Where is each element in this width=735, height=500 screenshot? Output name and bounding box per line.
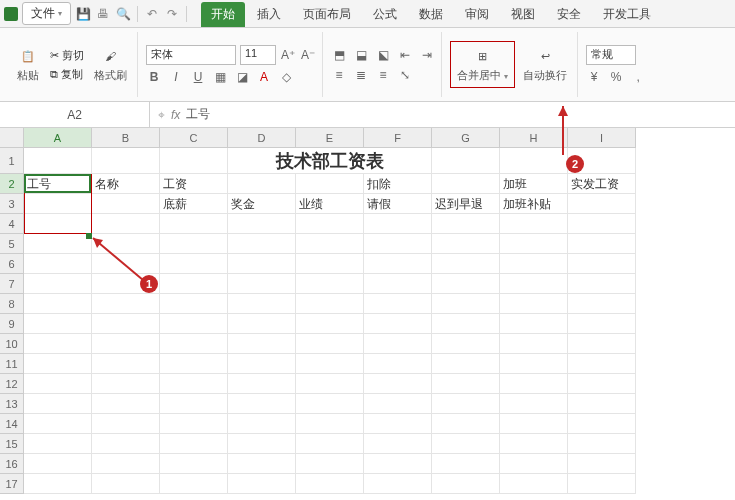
cell[interactable] bbox=[296, 474, 364, 494]
cell[interactable] bbox=[160, 148, 228, 174]
paste-button[interactable]: 📋 粘贴 bbox=[12, 44, 44, 85]
cell[interactable] bbox=[92, 194, 160, 214]
cell[interactable] bbox=[568, 334, 636, 354]
cell[interactable] bbox=[24, 414, 92, 434]
cell[interactable] bbox=[364, 414, 432, 434]
cell[interactable] bbox=[500, 374, 568, 394]
cell[interactable] bbox=[228, 274, 296, 294]
cell[interactable] bbox=[432, 148, 500, 174]
cell[interactable]: 加班补贴 bbox=[500, 194, 568, 214]
align-right-icon[interactable]: ≡ bbox=[375, 67, 391, 83]
cell[interactable] bbox=[24, 254, 92, 274]
cell[interactable] bbox=[296, 234, 364, 254]
cell[interactable] bbox=[228, 394, 296, 414]
align-top-icon[interactable]: ⬒ bbox=[331, 47, 347, 63]
cell[interactable] bbox=[432, 214, 500, 234]
cell[interactable] bbox=[160, 414, 228, 434]
cell[interactable] bbox=[568, 394, 636, 414]
cell[interactable]: 奖金 bbox=[228, 194, 296, 214]
cell[interactable] bbox=[296, 294, 364, 314]
cell[interactable] bbox=[432, 254, 500, 274]
cell[interactable] bbox=[24, 274, 92, 294]
merge-center-button[interactable]: ⊞ 合并居中 ▾ bbox=[453, 44, 512, 85]
cell[interactable] bbox=[160, 374, 228, 394]
cell[interactable] bbox=[296, 334, 364, 354]
cell[interactable] bbox=[296, 414, 364, 434]
formula-input[interactable]: 工号 bbox=[186, 106, 210, 123]
cell[interactable] bbox=[228, 374, 296, 394]
cell[interactable] bbox=[364, 334, 432, 354]
cell[interactable] bbox=[160, 294, 228, 314]
cell[interactable] bbox=[24, 474, 92, 494]
cell[interactable] bbox=[24, 434, 92, 454]
row-header[interactable]: 12 bbox=[0, 374, 24, 394]
cell[interactable] bbox=[92, 294, 160, 314]
cell[interactable]: 底薪 bbox=[160, 194, 228, 214]
cell[interactable] bbox=[364, 454, 432, 474]
cell[interactable] bbox=[364, 394, 432, 414]
lookup-icon[interactable]: ⌖ bbox=[158, 108, 165, 122]
name-box[interactable]: A2 bbox=[0, 102, 150, 127]
cell[interactable] bbox=[432, 414, 500, 434]
col-header[interactable]: B bbox=[92, 128, 160, 148]
preview-icon[interactable]: 🔍 bbox=[115, 6, 131, 22]
cell[interactable] bbox=[432, 274, 500, 294]
cell[interactable] bbox=[568, 234, 636, 254]
cell[interactable] bbox=[568, 214, 636, 234]
cell[interactable] bbox=[568, 474, 636, 494]
col-header[interactable]: F bbox=[364, 128, 432, 148]
cell[interactable] bbox=[160, 334, 228, 354]
cell[interactable] bbox=[160, 434, 228, 454]
cell[interactable] bbox=[228, 454, 296, 474]
col-header[interactable]: E bbox=[296, 128, 364, 148]
cell[interactable] bbox=[92, 314, 160, 334]
number-format-select[interactable]: 常规 bbox=[586, 45, 636, 65]
cell[interactable] bbox=[24, 314, 92, 334]
cell[interactable] bbox=[364, 234, 432, 254]
row-header[interactable]: 9 bbox=[0, 314, 24, 334]
cell[interactable] bbox=[228, 334, 296, 354]
cell[interactable] bbox=[500, 274, 568, 294]
cell[interactable] bbox=[432, 294, 500, 314]
cell[interactable] bbox=[92, 214, 160, 234]
cell[interactable] bbox=[364, 374, 432, 394]
cell[interactable] bbox=[568, 194, 636, 214]
cell[interactable] bbox=[500, 354, 568, 374]
cell[interactable] bbox=[24, 148, 92, 174]
cell[interactable] bbox=[500, 474, 568, 494]
cell[interactable] bbox=[500, 234, 568, 254]
cell[interactable] bbox=[568, 434, 636, 454]
cell[interactable] bbox=[228, 314, 296, 334]
cell[interactable] bbox=[568, 274, 636, 294]
row-header[interactable]: 6 bbox=[0, 254, 24, 274]
cell[interactable] bbox=[568, 454, 636, 474]
cell[interactable] bbox=[432, 374, 500, 394]
cell[interactable] bbox=[432, 434, 500, 454]
cell[interactable] bbox=[24, 194, 92, 214]
cell[interactable] bbox=[364, 314, 432, 334]
cell[interactable] bbox=[160, 394, 228, 414]
cell[interactable] bbox=[296, 434, 364, 454]
row-header[interactable]: 5 bbox=[0, 234, 24, 254]
cell[interactable] bbox=[296, 214, 364, 234]
cell[interactable] bbox=[296, 374, 364, 394]
row-header[interactable]: 7 bbox=[0, 274, 24, 294]
cell[interactable]: 工资 bbox=[160, 174, 228, 194]
row-header[interactable]: 10 bbox=[0, 334, 24, 354]
clear-format-button[interactable]: ◇ bbox=[278, 69, 294, 85]
cell[interactable] bbox=[568, 314, 636, 334]
align-left-icon[interactable]: ≡ bbox=[331, 67, 347, 83]
wrap-text-button[interactable]: ↩ 自动换行 bbox=[519, 44, 571, 85]
col-header[interactable]: G bbox=[432, 128, 500, 148]
cell[interactable] bbox=[92, 414, 160, 434]
align-center-icon[interactable]: ≣ bbox=[353, 67, 369, 83]
cell[interactable] bbox=[296, 254, 364, 274]
tab-formula[interactable]: 公式 bbox=[363, 2, 407, 27]
select-all-corner[interactable] bbox=[0, 128, 24, 148]
cell[interactable] bbox=[432, 334, 500, 354]
fx-icon[interactable]: fx bbox=[171, 108, 180, 122]
cell[interactable] bbox=[568, 294, 636, 314]
cell[interactable] bbox=[160, 474, 228, 494]
cell[interactable] bbox=[92, 234, 160, 254]
cell[interactable] bbox=[24, 354, 92, 374]
